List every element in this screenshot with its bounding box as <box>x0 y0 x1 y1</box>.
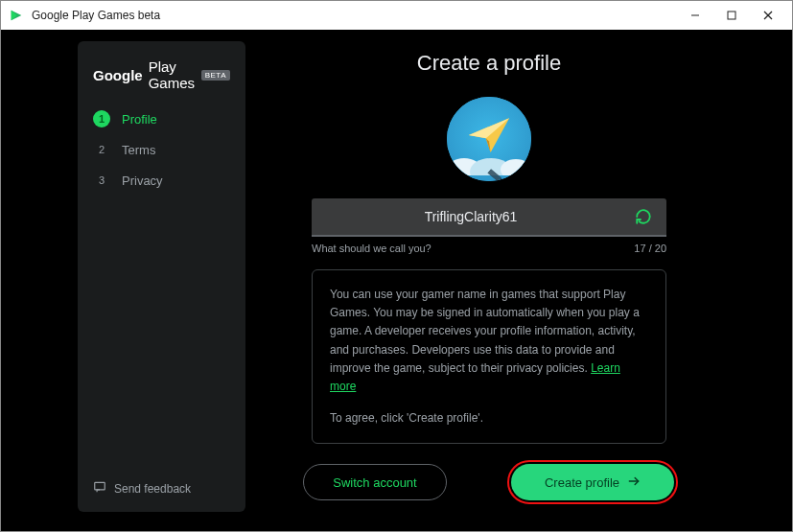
step-number: 2 <box>93 141 110 158</box>
minimize-button[interactable] <box>677 2 713 29</box>
step-label: Terms <box>122 143 155 157</box>
brand: Google Play Games BETA <box>93 58 230 91</box>
step-label: Profile <box>122 112 157 127</box>
window-title: Google Play Games beta <box>32 9 677 22</box>
brand-google: Google <box>93 67 143 83</box>
avatar[interactable] <box>447 97 531 181</box>
play-games-logo-icon <box>9 8 24 23</box>
sidebar: Google Play Games BETA 1 Profile 2 Terms… <box>78 41 245 512</box>
refresh-name-button[interactable] <box>630 203 657 230</box>
step-number: 1 <box>93 110 110 127</box>
gamer-name-input[interactable] <box>312 209 630 224</box>
beta-badge: BETA <box>201 70 230 81</box>
gamer-name-row <box>312 198 666 237</box>
step-list: 1 Profile 2 Terms 3 Privacy <box>93 110 230 189</box>
svg-point-7 <box>501 159 531 175</box>
step-terms[interactable]: 2 Terms <box>93 141 230 158</box>
maximize-button[interactable] <box>713 2 750 29</box>
char-counter: 17 / 20 <box>634 243 666 254</box>
arrow-right-icon <box>627 474 641 491</box>
close-button[interactable] <box>750 2 786 29</box>
agree-text: To agree, click 'Create profile'. <box>330 409 648 428</box>
main-panel: Create a profile <box>263 41 715 512</box>
step-privacy[interactable]: 3 Privacy <box>93 172 230 189</box>
feedback-icon <box>93 480 106 497</box>
create-profile-highlight: Create profile <box>510 463 675 501</box>
svg-rect-4 <box>95 482 105 490</box>
content-area: Google Play Games BETA 1 Profile 2 Terms… <box>1 30 792 531</box>
step-number: 3 <box>93 172 110 189</box>
switch-account-label: Switch account <box>333 475 416 490</box>
switch-account-button[interactable]: Switch account <box>303 464 447 500</box>
feedback-label: Send feedback <box>114 482 191 496</box>
page-title: Create a profile <box>417 51 561 76</box>
create-profile-button[interactable]: Create profile <box>511 464 674 500</box>
svg-rect-1 <box>728 12 735 19</box>
titlebar: Google Play Games beta <box>1 1 792 30</box>
app-window: Google Play Games beta Google Play Games… <box>0 0 793 532</box>
info-box: You can use your gamer name in games tha… <box>312 269 666 444</box>
send-feedback-link[interactable]: Send feedback <box>93 480 230 497</box>
helper-text: What should we call you? <box>312 243 431 254</box>
step-profile[interactable]: 1 Profile <box>93 110 230 127</box>
refresh-icon <box>635 208 652 225</box>
helper-row: What should we call you? 17 / 20 <box>312 243 666 254</box>
action-row: Switch account Create profile <box>297 463 681 501</box>
create-profile-label: Create profile <box>545 475 619 490</box>
brand-play-games: Play Games <box>149 58 196 91</box>
step-label: Privacy <box>122 173 163 188</box>
